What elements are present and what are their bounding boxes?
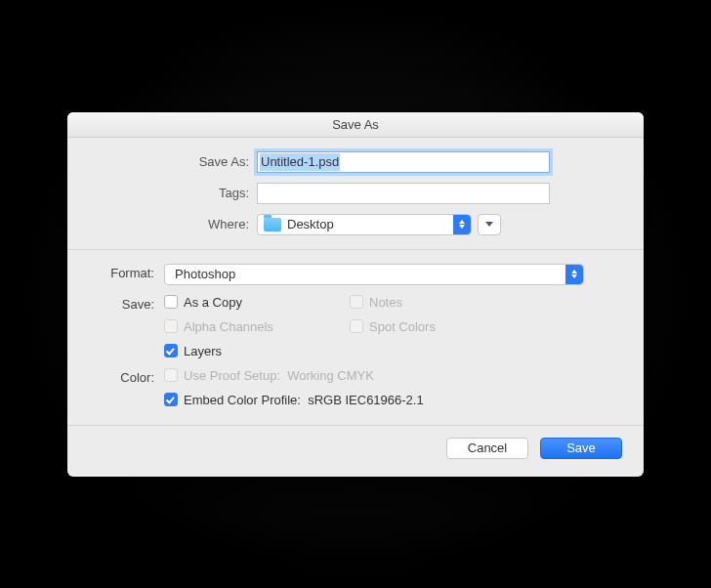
tags-label: Tags:: [91, 186, 257, 200]
checkbox-layers[interactable]: Layers: [164, 344, 311, 358]
cancel-button-label: Cancel: [468, 441, 507, 455]
as-a-copy-label: As a Copy: [184, 295, 242, 310]
chevron-down-icon: [485, 222, 493, 227]
checkbox-as-a-copy[interactable]: As a Copy: [164, 295, 311, 310]
color-label: Color:: [91, 368, 164, 385]
save-label: Save:: [91, 295, 164, 312]
save-button-label: Save: [566, 441, 596, 455]
save-as-dialog: Save As Save As: Untitled-1.psd Tags: Wh…: [67, 112, 644, 477]
checkbox-embed-color-profile[interactable]: Embed Color Profile: sRGB IEC61966-2.1: [164, 393, 424, 407]
filename-value: Untitled-1.psd: [260, 153, 340, 171]
dialog-title: Save As: [332, 117, 379, 132]
dialog-titlebar: Save As: [67, 112, 644, 138]
saveas-label: Save As:: [91, 154, 257, 169]
checkbox-spot-colors: Spot Colors: [350, 319, 496, 334]
folder-icon: [264, 218, 281, 231]
save-button[interactable]: Save: [540, 438, 622, 459]
layers-label: Layers: [184, 344, 222, 358]
use-proof-setup-value: Working CMYK: [287, 368, 374, 383]
where-label: Where:: [91, 217, 257, 231]
format-select[interactable]: Photoshop: [164, 264, 584, 285]
spot-colors-label: Spot Colors: [369, 319, 436, 334]
tags-input[interactable]: [257, 183, 550, 204]
updown-icon: [565, 265, 583, 284]
check-icon: [166, 346, 175, 355]
updown-icon: [453, 215, 471, 234]
check-icon: [166, 395, 175, 403]
filename-input[interactable]: Untitled-1.psd: [257, 151, 550, 173]
embed-profile-label: Embed Color Profile:: [184, 393, 301, 407]
notes-label: Notes: [369, 295, 402, 310]
checkbox-use-proof-setup: Use Proof Setup: Working CMYK: [164, 368, 374, 383]
embed-profile-value: sRGB IEC61966-2.1: [308, 393, 424, 407]
format-label: Format:: [91, 264, 164, 280]
format-value: Photoshop: [175, 267, 235, 281]
where-select[interactable]: Desktop: [257, 214, 472, 235]
alpha-channels-label: Alpha Channels: [184, 319, 273, 334]
cancel-button[interactable]: Cancel: [446, 438, 528, 459]
use-proof-setup-label: Use Proof Setup:: [184, 368, 280, 383]
checkbox-alpha-channels: Alpha Channels: [164, 319, 311, 334]
where-value: Desktop: [287, 217, 334, 231]
checkbox-notes: Notes: [350, 295, 496, 310]
expand-browse-button[interactable]: [478, 214, 501, 235]
